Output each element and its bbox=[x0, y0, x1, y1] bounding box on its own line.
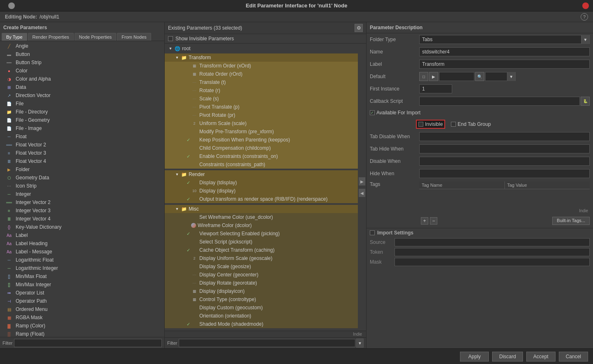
built-in-tags-button[interactable]: Built-in Tags... bbox=[552, 217, 590, 225]
section-misc-header[interactable]: ▼ 📁 Misc bbox=[165, 205, 358, 213]
tree-row[interactable]: ✓ Keep Position When Parenting (keeppos) bbox=[165, 136, 358, 144]
settings-button[interactable]: ⚙ bbox=[355, 24, 363, 32]
list-item[interactable]: ⬡ Geometry Data bbox=[0, 174, 164, 182]
tree-row[interactable]: ▦ Transform Order (xOrd) bbox=[165, 62, 358, 70]
tree-row[interactable]: Display Custom (geocustom) bbox=[165, 304, 358, 312]
accept-button[interactable]: Accept bbox=[526, 352, 556, 362]
tab-hide-when-input[interactable] bbox=[419, 144, 590, 153]
remove-tag-button[interactable]: − bbox=[430, 217, 437, 225]
list-item[interactable]: ─ Logarithmic Float bbox=[0, 256, 164, 264]
list-item[interactable]: {} Key-Value Dictionary bbox=[0, 223, 164, 231]
folder-type-dropdown[interactable]: Tabs ▼ bbox=[419, 35, 590, 44]
mask-input[interactable] bbox=[395, 258, 590, 266]
left-filter-input[interactable] bbox=[14, 339, 162, 347]
tab-render-properties[interactable]: Render Properties bbox=[28, 33, 74, 41]
tab-node-properties[interactable]: Node Properties bbox=[75, 33, 117, 41]
render-arrow[interactable]: ▼ bbox=[175, 172, 180, 177]
tab-disable-when-input[interactable] bbox=[419, 132, 590, 141]
list-item[interactable]: ▦ RGBA Mask bbox=[0, 313, 164, 322]
apply-button[interactable]: Apply bbox=[460, 352, 489, 362]
list-item[interactable]: 📄 File - Image bbox=[0, 124, 164, 132]
tree-row[interactable]: Wireframe Color (dcolor) bbox=[165, 221, 358, 230]
list-item[interactable]: [] Min/Max Integer bbox=[0, 281, 164, 289]
add-tag-button[interactable]: + bbox=[421, 217, 428, 225]
tree-row[interactable]: ···· Pivot Rotate (pr) bbox=[165, 111, 358, 119]
tree-row[interactable]: ✓ Output transform as render space (RIB/… bbox=[165, 195, 358, 203]
list-item[interactable]: ≡ Float Vector 3 bbox=[0, 149, 164, 157]
list-item[interactable]: ▓ Ramp (Color) bbox=[0, 322, 164, 330]
list-item[interactable]: Aa Label - Message bbox=[0, 248, 164, 256]
cancel-button[interactable]: Cancel bbox=[559, 352, 588, 362]
default-file-button[interactable]: □ bbox=[419, 72, 428, 81]
name-input[interactable] bbox=[419, 47, 590, 56]
list-item[interactable]: ▤ Ordered Menu bbox=[0, 305, 164, 313]
available-for-import-cb[interactable]: ✓ Available For Import bbox=[370, 110, 420, 116]
discard-button[interactable]: Discard bbox=[492, 352, 523, 362]
callback-py-button[interactable]: 🐍 bbox=[581, 97, 590, 106]
list-item[interactable]: ══ Integer Vector 2 bbox=[0, 198, 164, 206]
list-item[interactable]: ─ Integer bbox=[0, 190, 164, 198]
tree-row[interactable]: Child Compensation (childcomp) bbox=[165, 144, 358, 152]
list-item[interactable]: ⊣ Operator Path bbox=[0, 297, 164, 305]
tree-row[interactable]: Select Script (pickscript) bbox=[165, 238, 358, 246]
default-dd-arrow[interactable]: ▼ bbox=[507, 72, 515, 81]
list-item[interactable]: 📁 File - Directory bbox=[0, 108, 164, 116]
tree-row[interactable]: ✓ Display (tdisplay) bbox=[165, 179, 358, 187]
list-item[interactable]: 📄 File bbox=[0, 100, 164, 108]
list-item[interactable]: ≔ Operator List bbox=[0, 289, 164, 297]
tree-row[interactable]: ···· Pivot Translate (p) bbox=[165, 103, 358, 111]
default-search-button[interactable]: 🔍 bbox=[475, 72, 484, 81]
tree-row[interactable]: 10 Display (display) bbox=[165, 187, 358, 195]
list-item[interactable]: ◑ Color and Alpha bbox=[0, 75, 164, 83]
tree-row[interactable]: ▦ Rotate Order (rOrd) bbox=[165, 70, 358, 78]
list-item[interactable]: ≣ Float Vector 4 bbox=[0, 157, 164, 165]
list-item[interactable]: 📄 File - Geometry bbox=[0, 116, 164, 124]
list-item[interactable]: ↗ Direction Vector bbox=[0, 91, 164, 100]
tree-row[interactable]: Display Scale (geosize) bbox=[165, 262, 358, 271]
available-checkbox[interactable]: ✓ bbox=[370, 110, 375, 115]
list-item[interactable]: ≣ Integer Vector 4 bbox=[0, 215, 164, 223]
first-instance-input[interactable] bbox=[419, 84, 452, 93]
tree-row[interactable]: ✓ Viewport Selecting Enabled (picking) bbox=[165, 230, 358, 238]
default-play-button[interactable]: ▶ bbox=[429, 72, 438, 81]
list-item[interactable]: ─ Float bbox=[0, 132, 164, 141]
tree-row[interactable]: ✓ Enable Constraints (constraints_on) bbox=[165, 152, 358, 160]
source-input[interactable] bbox=[395, 238, 590, 246]
list-item[interactable]: ⋯ Icon Strip bbox=[0, 182, 164, 190]
tree-row[interactable]: ···· Scale (s) bbox=[165, 95, 358, 103]
tree-row[interactable]: ···· Translate (t) bbox=[165, 78, 358, 86]
tree-row[interactable]: 2 Uniform Scale (scale) bbox=[165, 119, 358, 128]
help-button[interactable]: ? bbox=[581, 13, 588, 21]
section-transform-header[interactable]: ▼ 📁 Transform bbox=[165, 53, 358, 62]
list-item[interactable]: ≡ Integer Vector 3 bbox=[0, 206, 164, 215]
misc-arrow[interactable]: ▼ bbox=[175, 206, 180, 211]
tree-row[interactable]: ···· Display Rotate (georotate) bbox=[165, 279, 358, 287]
callback-input[interactable] bbox=[419, 97, 580, 106]
end-tab-group-checkbox[interactable] bbox=[451, 122, 456, 127]
invisible-checkbox[interactable] bbox=[418, 122, 423, 127]
tree-row[interactable]: ▦ Display (displayicon) bbox=[165, 287, 358, 295]
list-item[interactable]: ╱ Angle bbox=[0, 42, 164, 50]
close-button[interactable] bbox=[582, 2, 589, 9]
list-item[interactable]: ▶ Folder bbox=[0, 165, 164, 174]
middle-filter-input[interactable] bbox=[179, 339, 355, 347]
root-arrow[interactable]: ▼ bbox=[168, 46, 173, 51]
move-left-button[interactable]: ◀ bbox=[359, 189, 365, 197]
list-item[interactable]: ⊞ Data bbox=[0, 83, 164, 91]
tree-row[interactable]: Set Wireframe Color (use_dcolor) bbox=[165, 213, 358, 221]
tab-by-type[interactable]: By Type bbox=[2, 33, 27, 41]
list-item[interactable]: ● Color bbox=[0, 67, 164, 75]
label-input[interactable] bbox=[419, 60, 590, 69]
end-tab-group-cb[interactable]: End Tab Group bbox=[451, 121, 491, 127]
tree-row[interactable]: ···· Rotate (r) bbox=[165, 86, 358, 95]
move-right-button[interactable]: ▶ bbox=[359, 177, 365, 185]
list-item[interactable]: ─ Logarithmic Integer bbox=[0, 264, 164, 272]
list-item[interactable]: Aa Label bbox=[0, 231, 164, 239]
list-item[interactable]: ▒ Ramp (Float) bbox=[0, 330, 164, 337]
list-item[interactable]: ━━ Button Strip bbox=[0, 58, 164, 67]
default-dropdown[interactable]: ▼ bbox=[485, 72, 516, 81]
transform-arrow[interactable]: ▼ bbox=[175, 55, 180, 60]
import-settings-checkbox[interactable] bbox=[370, 230, 375, 235]
list-item[interactable]: [] Min/Max Float bbox=[0, 272, 164, 281]
tree-row[interactable]: ✓ Cache Object Transform (caching) bbox=[165, 246, 358, 254]
